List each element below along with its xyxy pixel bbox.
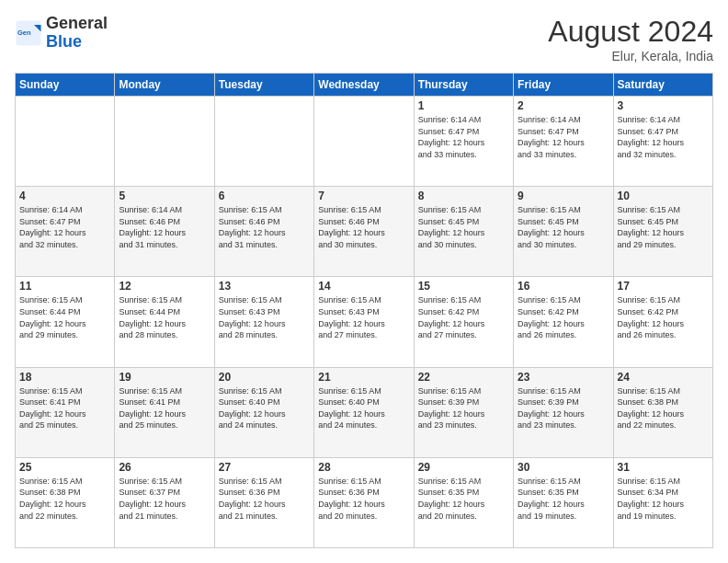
cell-w1-d0 — [16, 97, 115, 187]
day-number: 7 — [318, 190, 409, 202]
cell-w2-d2: 6Sunrise: 6:15 AM Sunset: 6:46 PM Daylig… — [214, 187, 313, 277]
col-sunday: Sunday — [16, 74, 115, 97]
svg-text:Gen: Gen — [17, 28, 31, 36]
day-number: 19 — [119, 371, 210, 384]
cell-w4-d6: 24Sunrise: 6:15 AM Sunset: 6:38 PM Dayli… — [613, 367, 712, 457]
cell-w2-d0: 4Sunrise: 6:14 AM Sunset: 6:47 PM Daylig… — [16, 187, 115, 277]
day-info: Sunrise: 6:15 AM Sunset: 6:34 PM Dayligh… — [618, 476, 709, 522]
day-number: 17 — [618, 280, 709, 293]
cell-w1-d6: 3Sunrise: 6:14 AM Sunset: 6:47 PM Daylig… — [613, 97, 712, 187]
col-friday: Friday — [514, 74, 613, 97]
day-number: 26 — [119, 461, 210, 474]
cell-w2-d1: 5Sunrise: 6:14 AM Sunset: 6:46 PM Daylig… — [115, 187, 214, 277]
day-number: 25 — [19, 461, 110, 474]
day-info: Sunrise: 6:15 AM Sunset: 6:36 PM Dayligh… — [318, 476, 409, 522]
day-info: Sunrise: 6:15 AM Sunset: 6:39 PM Dayligh… — [418, 385, 509, 431]
day-number: 28 — [318, 461, 409, 474]
week-row-1: 1Sunrise: 6:14 AM Sunset: 6:47 PM Daylig… — [16, 97, 713, 187]
day-number: 30 — [518, 461, 609, 474]
logo-blue: Blue — [46, 32, 82, 51]
cell-w4-d5: 23Sunrise: 6:15 AM Sunset: 6:39 PM Dayli… — [514, 367, 613, 457]
day-info: Sunrise: 6:15 AM Sunset: 6:38 PM Dayligh… — [19, 476, 110, 522]
cell-w4-d0: 18Sunrise: 6:15 AM Sunset: 6:41 PM Dayli… — [16, 367, 115, 457]
day-info: Sunrise: 6:14 AM Sunset: 6:47 PM Dayligh… — [418, 114, 509, 160]
cell-w5-d2: 27Sunrise: 6:15 AM Sunset: 6:36 PM Dayli… — [214, 457, 313, 547]
logo-icon: Gen — [15, 19, 42, 47]
logo-general: General — [46, 14, 108, 32]
day-number: 11 — [19, 280, 110, 293]
day-number: 2 — [518, 99, 609, 112]
cell-w2-d5: 9Sunrise: 6:15 AM Sunset: 6:45 PM Daylig… — [514, 187, 613, 277]
day-number: 20 — [219, 371, 310, 384]
day-info: Sunrise: 6:15 AM Sunset: 6:46 PM Dayligh… — [219, 204, 310, 250]
day-info: Sunrise: 6:15 AM Sunset: 6:45 PM Dayligh… — [518, 204, 609, 250]
day-info: Sunrise: 6:15 AM Sunset: 6:46 PM Dayligh… — [318, 204, 409, 250]
cell-w1-d3 — [314, 97, 414, 187]
cell-w2-d3: 7Sunrise: 6:15 AM Sunset: 6:46 PM Daylig… — [314, 187, 414, 277]
day-info: Sunrise: 6:15 AM Sunset: 6:44 PM Dayligh… — [119, 294, 210, 340]
cell-w3-d1: 12Sunrise: 6:15 AM Sunset: 6:44 PM Dayli… — [115, 277, 214, 367]
col-wednesday: Wednesday — [314, 74, 414, 97]
day-number: 24 — [618, 371, 709, 384]
day-number: 18 — [19, 371, 110, 384]
col-monday: Monday — [115, 74, 214, 97]
logo-text: General Blue — [46, 15, 108, 52]
week-row-3: 11Sunrise: 6:15 AM Sunset: 6:44 PM Dayli… — [16, 277, 713, 367]
day-number: 4 — [19, 190, 110, 202]
day-info: Sunrise: 6:15 AM Sunset: 6:36 PM Dayligh… — [219, 476, 310, 522]
col-tuesday: Tuesday — [214, 74, 313, 97]
day-number: 15 — [418, 280, 509, 293]
day-number: 1 — [418, 99, 509, 112]
week-row-2: 4Sunrise: 6:14 AM Sunset: 6:47 PM Daylig… — [16, 187, 713, 277]
calendar-table: Sunday Monday Tuesday Wednesday Thursday… — [15, 73, 713, 548]
day-info: Sunrise: 6:15 AM Sunset: 6:37 PM Dayligh… — [119, 476, 210, 522]
day-number: 12 — [119, 280, 210, 293]
day-info: Sunrise: 6:15 AM Sunset: 6:41 PM Dayligh… — [19, 385, 110, 431]
day-info: Sunrise: 6:15 AM Sunset: 6:35 PM Dayligh… — [418, 476, 509, 522]
day-number: 27 — [219, 461, 310, 474]
cell-w4-d2: 20Sunrise: 6:15 AM Sunset: 6:40 PM Dayli… — [214, 367, 313, 457]
calendar-subtitle: Elur, Kerala, India — [548, 49, 713, 63]
day-number: 21 — [318, 371, 409, 384]
cell-w3-d6: 17Sunrise: 6:15 AM Sunset: 6:42 PM Dayli… — [613, 277, 712, 367]
day-info: Sunrise: 6:15 AM Sunset: 6:39 PM Dayligh… — [518, 385, 609, 431]
cell-w3-d2: 13Sunrise: 6:15 AM Sunset: 6:43 PM Dayli… — [214, 277, 313, 367]
cell-w5-d1: 26Sunrise: 6:15 AM Sunset: 6:37 PM Dayli… — [115, 457, 214, 547]
day-number: 14 — [318, 280, 409, 293]
cell-w3-d4: 15Sunrise: 6:15 AM Sunset: 6:42 PM Dayli… — [414, 277, 513, 367]
cell-w3-d5: 16Sunrise: 6:15 AM Sunset: 6:42 PM Dayli… — [514, 277, 613, 367]
day-number: 10 — [618, 190, 709, 202]
day-info: Sunrise: 6:15 AM Sunset: 6:40 PM Dayligh… — [318, 385, 409, 431]
day-info: Sunrise: 6:15 AM Sunset: 6:40 PM Dayligh… — [219, 385, 310, 431]
cell-w2-d6: 10Sunrise: 6:15 AM Sunset: 6:45 PM Dayli… — [613, 187, 712, 277]
col-thursday: Thursday — [414, 74, 513, 97]
day-number: 29 — [418, 461, 509, 474]
day-info: Sunrise: 6:15 AM Sunset: 6:43 PM Dayligh… — [318, 294, 409, 340]
day-info: Sunrise: 6:15 AM Sunset: 6:45 PM Dayligh… — [418, 204, 509, 250]
day-info: Sunrise: 6:15 AM Sunset: 6:42 PM Dayligh… — [618, 294, 709, 340]
day-info: Sunrise: 6:15 AM Sunset: 6:44 PM Dayligh… — [19, 294, 110, 340]
cell-w2-d4: 8Sunrise: 6:15 AM Sunset: 6:45 PM Daylig… — [414, 187, 513, 277]
cell-w1-d5: 2Sunrise: 6:14 AM Sunset: 6:47 PM Daylig… — [514, 97, 613, 187]
cell-w3-d0: 11Sunrise: 6:15 AM Sunset: 6:44 PM Dayli… — [16, 277, 115, 367]
logo: Gen General Blue — [15, 15, 108, 52]
day-number: 13 — [219, 280, 310, 293]
cell-w4-d1: 19Sunrise: 6:15 AM Sunset: 6:41 PM Dayli… — [115, 367, 214, 457]
cell-w1-d2 — [214, 97, 313, 187]
day-info: Sunrise: 6:15 AM Sunset: 6:35 PM Dayligh… — [518, 476, 609, 522]
day-number: 5 — [119, 190, 210, 202]
day-number: 6 — [219, 190, 310, 202]
day-info: Sunrise: 6:14 AM Sunset: 6:47 PM Dayligh… — [19, 204, 110, 250]
cell-w5-d6: 31Sunrise: 6:15 AM Sunset: 6:34 PM Dayli… — [613, 457, 712, 547]
cell-w1-d4: 1Sunrise: 6:14 AM Sunset: 6:47 PM Daylig… — [414, 97, 513, 187]
day-info: Sunrise: 6:14 AM Sunset: 6:46 PM Dayligh… — [119, 204, 210, 250]
day-info: Sunrise: 6:15 AM Sunset: 6:41 PM Dayligh… — [119, 385, 210, 431]
day-number: 31 — [618, 461, 709, 474]
calendar-body: 1Sunrise: 6:14 AM Sunset: 6:47 PM Daylig… — [16, 97, 713, 548]
day-info: Sunrise: 6:14 AM Sunset: 6:47 PM Dayligh… — [618, 114, 709, 160]
day-info: Sunrise: 6:15 AM Sunset: 6:38 PM Dayligh… — [618, 385, 709, 431]
week-row-5: 25Sunrise: 6:15 AM Sunset: 6:38 PM Dayli… — [16, 457, 713, 547]
page: Gen General Blue August 2024 Elur, Keral… — [0, 0, 728, 563]
cell-w3-d3: 14Sunrise: 6:15 AM Sunset: 6:43 PM Dayli… — [314, 277, 414, 367]
cell-w4-d4: 22Sunrise: 6:15 AM Sunset: 6:39 PM Dayli… — [414, 367, 513, 457]
